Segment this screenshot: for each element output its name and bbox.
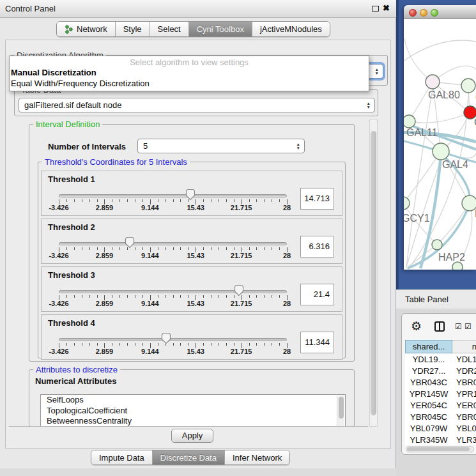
tab-discretize-data[interactable]: Discretize Data [152,450,224,464]
popup-item-equal-width-frequency[interactable]: Equal Width/Frequency Discretization [10,78,369,89]
cell-shared-name[interactable]: YDL19... [405,354,452,365]
tab-select[interactable]: Select [150,22,188,36]
tick-mark [256,343,257,346]
slider-thumb[interactable] [125,236,135,249]
zoom-traffic-light-icon[interactable] [431,9,438,17]
slider-track[interactable] [59,194,287,197]
cell-name[interactable]: YBL0 [452,423,476,434]
slider-thumb[interactable] [161,332,171,344]
table-row[interactable]: YBR045CYBR0 [405,411,476,423]
panel-scrollbar[interactable] [369,119,378,427]
split-columns-icon[interactable] [434,321,445,332]
network-node-gal80[interactable] [426,75,440,89]
cell-shared-name[interactable]: YDR27... [405,365,452,377]
column-header-name[interactable]: n [452,340,476,353]
tick-mark [256,247,257,250]
popup-item-manual-discretization[interactable]: Manual Discretization [10,67,369,78]
network-node[interactable] [452,262,463,270]
cell-name[interactable]: YPR1 [452,388,476,400]
tick-mark [112,295,112,298]
cell-name[interactable]: YBR0 [452,377,476,388]
table-row[interactable]: YBR043CYBR0 [405,377,476,388]
attribute-item[interactable]: TopologicalCoefficient [41,406,345,417]
cell-shared-name[interactable]: YBL079W [405,423,452,434]
tab-style[interactable]: Style [115,22,150,36]
cell-name[interactable]: YBR0 [452,411,476,423]
tick-mark [97,247,98,250]
table-row[interactable]: YBL079WYBL0 [405,423,476,434]
tick-mark [180,295,181,298]
tick-mark [89,343,90,346]
table-horizontal-scrollbar[interactable] [406,446,474,452]
table-scrollbar-thumb[interactable] [407,447,470,451]
cell-shared-name[interactable]: YBR043C [405,377,452,388]
apply-button[interactable]: Apply [171,429,213,443]
attribute-item[interactable]: BetweennessCentrality [41,416,345,427]
tick-mark [203,199,204,202]
network-view-window: GAL80GACGAL11GAL4GCY1HHAP2 [404,5,476,270]
cell-name[interactable]: YDL1 [452,354,476,365]
slider-track[interactable] [59,242,287,245]
tick-mark [158,199,158,202]
threshold-value-field[interactable]: 21.4 [300,284,334,305]
column-header-shared[interactable]: shared... [405,340,452,353]
cell-name[interactable]: YER0 [452,400,476,411]
network-node-h[interactable] [462,196,476,211]
threshold-value-field[interactable]: 6.316 [300,236,334,257]
cell-shared-name[interactable]: YLR345W [405,434,452,445]
network-node-gal11[interactable] [404,115,415,128]
checkbox-icon[interactable]: ☑ [455,322,462,331]
tick-mark [180,247,181,250]
cell-shared-name[interactable]: YER054C [405,400,452,411]
network-node-gal4[interactable] [433,143,449,160]
close-icon[interactable]: ✖ [383,3,390,13]
attribute-item[interactable]: SelfLoops [41,395,345,406]
threshold-value-field[interactable]: 14.713 [300,188,334,210]
table-row[interactable]: YLR345WYLR3 [405,434,476,445]
network-node-ga[interactable] [461,79,475,93]
threshold-value-field[interactable]: 11.344 [300,332,334,353]
table-data-group: Table Data galFiltered.sif default node … [14,89,378,116]
close-traffic-light-icon[interactable] [409,9,417,17]
num-intervals-combobox[interactable]: 5 ▲▼ [137,139,305,153]
tick-label: 28 [283,348,291,355]
slider-thumb[interactable] [185,188,196,201]
tick-mark [226,295,227,298]
checkbox-icon[interactable]: ☑ [464,322,472,331]
network-canvas[interactable]: GAL80GACGAL11GAL4GCY1HHAP2 [404,19,476,270]
threshold-row-4: Threshold 4-3.4262.8599.14415.4321.71528… [41,314,342,360]
tick-mark [173,247,174,250]
network-node-gcy1[interactable] [404,197,410,210]
slider-track[interactable] [59,290,287,293]
table-data-combobox[interactable]: galFiltered.sif default node ▲▼ [19,98,375,112]
table-row[interactable]: YDL19...YDL1 [405,354,476,365]
gear-icon[interactable]: ⚙ [411,320,422,332]
cell-shared-name[interactable]: YPR145W [405,388,452,400]
tab-network[interactable]: Network [57,22,115,36]
cell-name[interactable]: YLR3 [452,434,476,445]
minimize-traffic-light-icon[interactable] [420,9,427,17]
tab-infer-network[interactable]: Infer Network [224,450,289,464]
tab-jactivemnodules[interactable]: jActiveMNodules [252,22,330,36]
network-node-hap2[interactable] [432,240,442,250]
table-row[interactable]: YDR27...YDR2 [405,365,476,377]
tick-label: -3.426 [49,300,68,307]
slider-track[interactable] [59,338,287,341]
tab-cyni-toolbox[interactable]: Cyni Toolbox [188,22,252,36]
list-scrollbar-thumb[interactable] [339,397,344,418]
network-graph: GAL80GACGAL11GAL4GCY1HHAP2 [404,19,476,270]
tick-mark [203,295,204,298]
tick-mark [272,295,272,298]
table-row[interactable]: YER054CYER0 [405,400,476,411]
tick-mark [219,247,219,250]
table-row[interactable]: YPR145WYPR1 [405,388,476,400]
float-window-icon[interactable] [372,6,379,12]
list-scrollbar[interactable] [337,395,344,427]
numerical-attributes-list[interactable]: SelfLoopsTopologicalCoefficientBetweenne… [40,394,346,427]
slider-thumb[interactable] [234,284,244,296]
tab-impute-data[interactable]: Impute Data [91,450,152,464]
panel-scrollbar-thumb[interactable] [371,131,376,415]
cell-name[interactable]: YDR2 [452,365,476,377]
cell-shared-name[interactable]: YBR045C [405,411,452,423]
tick-mark [264,247,265,250]
